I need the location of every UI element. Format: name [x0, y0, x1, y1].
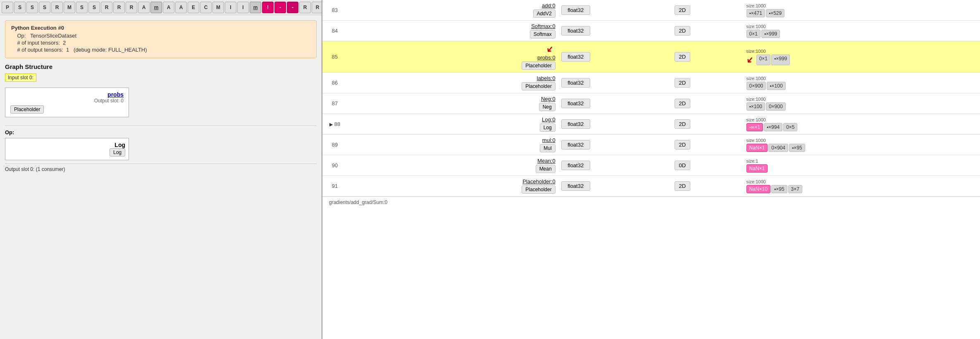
- output-tensors-value: 1: [66, 47, 69, 53]
- op-title-3[interactable]: labels:0: [537, 75, 556, 81]
- size-tag-5-2: 0×5: [783, 123, 797, 131]
- dim-cell-1: 2D: [671, 21, 743, 41]
- toolbar-btn-15[interactable]: E: [188, 2, 199, 13]
- toolbar-btn-21[interactable]: !: [262, 2, 274, 13]
- dtype-btn-0[interactable]: float32: [561, 5, 590, 15]
- toolbar-btn-20[interactable]: m: [250, 2, 261, 13]
- op-title-4[interactable]: Neg:0: [541, 96, 556, 102]
- op-title-6[interactable]: mul:0: [542, 137, 556, 143]
- dim-btn-6[interactable]: 2D: [675, 140, 691, 149]
- expand-arrow-icon[interactable]: ▶: [329, 122, 333, 127]
- toolbar-btn-13[interactable]: A: [163, 2, 174, 13]
- toolbar-btn-22[interactable]: -: [274, 2, 286, 13]
- table-row[interactable]: ▶88 Log:0 Log float322D size:1000 -∞×1▪×…: [322, 114, 980, 135]
- op-title-0[interactable]: add:0: [542, 2, 556, 9]
- dtype-btn-8[interactable]: float32: [561, 181, 590, 191]
- dtype-btn-6[interactable]: float32: [561, 140, 590, 149]
- size-tags-6: NaN×10×904▪×95: [746, 144, 977, 152]
- dim-btn-7[interactable]: 0D: [675, 161, 691, 170]
- toolbar-btn-25[interactable]: R: [312, 2, 322, 13]
- python-execution-box: Python Execution #0 Op: TensorSliceDatas…: [5, 20, 317, 58]
- size-tag-2-0: 0×1: [756, 55, 770, 65]
- op-type-btn-7[interactable]: Mean: [536, 165, 556, 173]
- debug-mode: (debug mode: FULL_HEALTH): [74, 47, 147, 53]
- toolbar-btn-23[interactable]: -: [287, 2, 298, 13]
- dtype-btn-5[interactable]: float32: [561, 119, 590, 129]
- op-title-7[interactable]: Mean:0: [537, 158, 555, 164]
- table-row[interactable]: 85 ➜ probs:0 Placeholder float322D size:…: [322, 41, 980, 73]
- toolbar-btn-14[interactable]: A: [175, 2, 187, 13]
- dim-btn-3[interactable]: 2D: [675, 78, 691, 88]
- slot-box: probs Output slot: 0 Placeholder: [5, 88, 129, 117]
- op-title-5[interactable]: Log:0: [542, 116, 556, 123]
- dtype-btn-1[interactable]: float32: [561, 26, 590, 36]
- table-row[interactable]: 84 Softmax:0 Softmax float322D size:1000…: [322, 21, 980, 41]
- toolbar-btn-16[interactable]: C: [200, 2, 212, 13]
- toolbar-btn-7[interactable]: S: [88, 2, 100, 13]
- op-type-btn-6[interactable]: Mul: [540, 144, 555, 152]
- table-row[interactable]: 90 Mean:0 Mean float320D size:1 NaN×1: [322, 155, 980, 176]
- dim-btn-2[interactable]: 2D: [675, 52, 691, 62]
- toolbar-btn-18[interactable]: I: [225, 2, 236, 13]
- table-row[interactable]: 86 labels:0 Placeholder float322D size:1…: [322, 73, 980, 93]
- dim-btn-5[interactable]: 2D: [675, 119, 691, 129]
- table-row[interactable]: 83 add:0 AddV2 float322D size:1000 ▪×471…: [322, 0, 980, 21]
- dtype-cell-8: float32: [558, 176, 671, 197]
- size-tag-3-1: ▪×100: [767, 82, 785, 90]
- dim-btn-8[interactable]: 2D: [675, 181, 691, 191]
- dtype-cell-1: float32: [558, 21, 671, 41]
- dtype-btn-7[interactable]: float32: [561, 161, 590, 170]
- input-tensors-label: # of input tensors:: [17, 40, 60, 46]
- op-type-btn-3[interactable]: Placeholder: [522, 82, 555, 90]
- dtype-btn-3[interactable]: float32: [561, 78, 590, 88]
- size-tag-1-0: 0×1: [746, 30, 761, 38]
- toolbar-btn-5[interactable]: M: [64, 2, 75, 13]
- dtype-btn-4[interactable]: float32: [561, 99, 590, 108]
- op-section: Op: Log Log: [5, 126, 317, 160]
- op-type-btn-1[interactable]: Softmax: [530, 30, 556, 38]
- op-type-btn-5[interactable]: Log: [540, 123, 556, 132]
- dim-cell-8: 2D: [671, 176, 743, 197]
- bottom-text: gradients/add_grad/Sum:0: [329, 199, 387, 205]
- op-name-cell-0: add:0 AddV2: [347, 0, 558, 21]
- op-title-8[interactable]: Placeholder:0: [522, 178, 556, 185]
- table-container[interactable]: 83 add:0 AddV2 float322D size:1000 ▪×471…: [322, 0, 980, 339]
- toolbar-btn-1[interactable]: S: [14, 2, 26, 13]
- size-tag-8-0: NaN×10: [746, 185, 770, 193]
- op-type-btn-0[interactable]: AddV2: [533, 9, 556, 18]
- op-type-btn-2[interactable]: Placeholder: [522, 62, 555, 70]
- op-type-btn-4[interactable]: Neg: [539, 103, 556, 111]
- table-row[interactable]: 89 mul:0 Mul float322D size:1000 NaN×10×…: [322, 135, 980, 155]
- input-slot-label: Input slot 0:: [5, 73, 36, 82]
- toolbar-btn-6[interactable]: S: [76, 2, 88, 13]
- placeholder-button[interactable]: Placeholder: [10, 105, 44, 114]
- toolbar-btn-24[interactable]: R: [299, 2, 311, 13]
- table-row[interactable]: 87 Neg:0 Neg float322D size:1000 ▪×1000×…: [322, 93, 980, 114]
- probs-link[interactable]: probs: [10, 91, 124, 98]
- dtype-btn-2[interactable]: float32: [561, 52, 590, 62]
- toolbar-btn-9[interactable]: R: [113, 2, 125, 13]
- toolbar-btn-3[interactable]: S: [39, 2, 50, 13]
- op-type-btn-8[interactable]: Placeholder: [522, 185, 555, 194]
- op-title-2[interactable]: probs:0: [537, 55, 555, 61]
- output-tensors-line: # of output tensors: 1 (debug mode: FULL…: [11, 47, 310, 53]
- table-row[interactable]: 91 Placeholder:0 Placeholder float322D s…: [322, 176, 980, 197]
- toolbar-btn-2[interactable]: S: [26, 2, 38, 13]
- toolbar-btn-10[interactable]: R: [126, 2, 137, 13]
- toolbar-btn-0[interactable]: P: [2, 2, 13, 13]
- row-num-3: 86: [322, 73, 347, 93]
- op-name-cell-1: Softmax:0 Softmax: [347, 21, 558, 41]
- toolbar-btn-12[interactable]: m: [150, 2, 162, 13]
- op-title-1[interactable]: Softmax:0: [531, 23, 556, 29]
- size-label-1: size:1000: [746, 24, 977, 29]
- op-button[interactable]: Log: [110, 148, 125, 156]
- table-bottom-text: gradients/add_grad/Sum:0: [322, 197, 980, 208]
- dim-btn-1[interactable]: 2D: [675, 26, 691, 36]
- dim-btn-4[interactable]: 2D: [675, 99, 691, 108]
- toolbar-btn-19[interactable]: I: [237, 2, 249, 13]
- toolbar-btn-4[interactable]: R: [51, 2, 63, 13]
- toolbar-btn-17[interactable]: M: [212, 2, 224, 13]
- toolbar-btn-11[interactable]: A: [138, 2, 150, 13]
- dim-btn-0[interactable]: 2D: [675, 5, 691, 15]
- toolbar-btn-8[interactable]: R: [101, 2, 112, 13]
